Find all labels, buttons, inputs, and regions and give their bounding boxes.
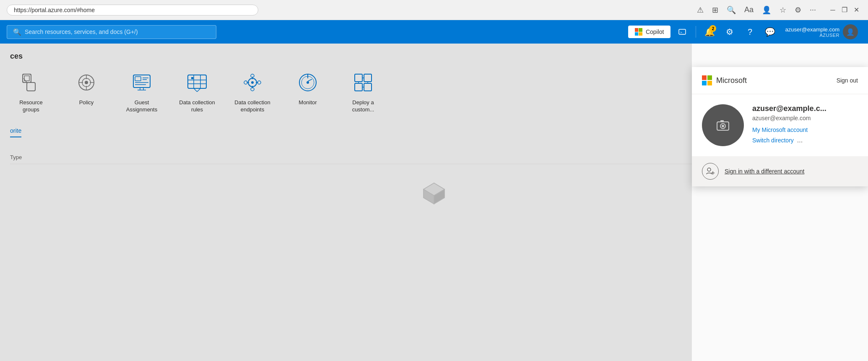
user-name: AZUSER bbox=[785, 33, 839, 38]
favorite-icon[interactable]: ☆ bbox=[780, 5, 786, 15]
user-email: azuser@example.com bbox=[785, 26, 839, 33]
header-divider bbox=[696, 26, 696, 38]
flyout-username: azuser@example.c... bbox=[752, 104, 858, 113]
warning-icon[interactable]: ⚠ bbox=[697, 5, 704, 15]
cloud-shell-button[interactable]: >_ bbox=[674, 23, 691, 40]
flyout-avatar bbox=[702, 104, 744, 146]
settings-button[interactable]: ⚙ bbox=[721, 23, 738, 40]
feedback-button[interactable]: 💬 bbox=[761, 23, 778, 40]
copilot-button[interactable]: Copilot bbox=[628, 26, 671, 38]
user-text: azuser@example.com AZUSER bbox=[785, 26, 839, 38]
close-button[interactable]: ✕ bbox=[851, 5, 861, 15]
help-button[interactable]: ? bbox=[741, 23, 758, 40]
svg-rect-56 bbox=[720, 120, 724, 122]
flyout-useremail: azuser@example.com bbox=[752, 115, 858, 121]
flyout-footer[interactable]: Sign in with a different account bbox=[692, 156, 868, 186]
flyout-user-details: azuser@example.c... azuser@example.com M… bbox=[752, 104, 858, 144]
profile-icon[interactable]: 👤 bbox=[762, 5, 771, 15]
feedback-icon: 💬 bbox=[765, 27, 775, 37]
more-browser-icon[interactable]: ··· bbox=[810, 5, 816, 14]
browser-toolbar: ⚠ ⊞ 🔍 Aa 👤 ☆ ⚙ ··· ─ ❐ ✕ bbox=[697, 5, 861, 15]
more-options-icon[interactable]: ... bbox=[797, 137, 803, 144]
help-icon: ? bbox=[748, 27, 752, 37]
microsoft-logo-area: Microsoft bbox=[702, 75, 747, 85]
my-account-link[interactable]: My Microsoft account bbox=[752, 126, 858, 133]
notification-badge: 2 bbox=[709, 25, 716, 32]
maximize-button[interactable]: ❐ bbox=[839, 5, 850, 15]
portal-header: 🔍 Copilot >_ 🔔 2 ⚙ ? 💬 azuser@exampl bbox=[0, 20, 868, 44]
svg-text:>_: >_ bbox=[680, 31, 684, 34]
extensions-icon[interactable]: ⚙ bbox=[795, 5, 801, 15]
svg-point-57 bbox=[707, 168, 711, 171]
user-profile-button[interactable]: azuser@example.com AZUSER 👤 bbox=[782, 23, 861, 41]
avatar-camera-icon bbox=[710, 113, 735, 138]
avatar-icon: 👤 bbox=[846, 28, 855, 36]
header-actions: Copilot >_ 🔔 2 ⚙ ? 💬 azuser@example.com … bbox=[628, 23, 861, 41]
search-bar[interactable]: 🔍 bbox=[7, 25, 216, 39]
sign-in-different-link[interactable]: Sign in with a different account bbox=[725, 168, 804, 175]
copilot-logo bbox=[635, 28, 642, 36]
notifications-button[interactable]: 🔔 2 bbox=[701, 23, 718, 40]
window-controls: ─ ❐ ✕ bbox=[828, 5, 861, 15]
main-content: ces Resourcegroups bbox=[0, 44, 868, 361]
add-account-icon bbox=[702, 163, 719, 180]
sign-out-button[interactable]: Sign out bbox=[837, 77, 858, 84]
browser-chrome: https://portal.azure.com/#home ⚠ ⊞ 🔍 Aa … bbox=[0, 0, 868, 20]
page-overlay bbox=[0, 44, 692, 361]
zoom-icon[interactable]: 🔍 bbox=[727, 5, 736, 15]
flyout-switch-row: Switch directory ... bbox=[752, 137, 858, 144]
grid-icon[interactable]: ⊞ bbox=[712, 5, 718, 15]
search-icon: 🔍 bbox=[13, 28, 21, 36]
minimize-button[interactable]: ─ bbox=[828, 5, 838, 15]
flyout-header: Microsoft Sign out bbox=[692, 67, 868, 94]
reader-icon[interactable]: Aa bbox=[744, 5, 754, 14]
flyout-user-section: azuser@example.c... azuser@example.com M… bbox=[692, 94, 868, 156]
user-avatar: 👤 bbox=[843, 24, 858, 39]
microsoft-logo bbox=[702, 75, 712, 85]
copilot-label: Copilot bbox=[646, 28, 664, 35]
svg-point-55 bbox=[722, 125, 724, 127]
account-flyout: Microsoft Sign out azuser@example.c... a… bbox=[692, 67, 868, 186]
switch-directory-link[interactable]: Switch directory bbox=[752, 137, 794, 144]
search-input[interactable] bbox=[25, 28, 210, 35]
settings-icon: ⚙ bbox=[726, 27, 733, 37]
url-bar[interactable]: https://portal.azure.com/#home bbox=[7, 5, 258, 15]
microsoft-text: Microsoft bbox=[716, 76, 747, 85]
